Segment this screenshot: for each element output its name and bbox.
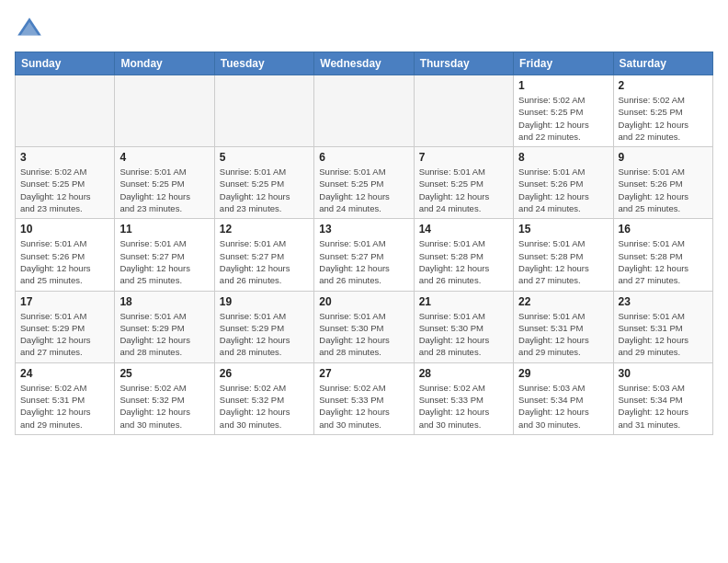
calendar-cell [115, 75, 214, 147]
calendar-week-2: 3Sunrise: 5:02 AM Sunset: 5:25 PM Daylig… [16, 147, 713, 219]
calendar-table: SundayMondayTuesdayWednesdayThursdayFrid… [15, 52, 713, 435]
calendar-week-3: 10Sunrise: 5:01 AM Sunset: 5:26 PM Dayli… [16, 219, 713, 291]
day-number: 21 [419, 295, 508, 308]
day-info: Sunrise: 5:01 AM Sunset: 5:25 PM Dayligh… [119, 166, 209, 214]
calendar-cell: 3Sunrise: 5:02 AM Sunset: 5:25 PM Daylig… [16, 147, 115, 219]
calendar-cell: 28Sunrise: 5:02 AM Sunset: 5:33 PM Dayli… [414, 362, 513, 434]
day-number: 22 [518, 295, 608, 308]
day-info: Sunrise: 5:01 AM Sunset: 5:25 PM Dayligh… [419, 166, 508, 214]
day-number: 11 [119, 223, 209, 236]
calendar-cell: 17Sunrise: 5:01 AM Sunset: 5:29 PM Dayli… [16, 291, 115, 362]
day-info: Sunrise: 5:02 AM Sunset: 5:32 PM Dayligh… [220, 382, 309, 431]
calendar-cell: 11Sunrise: 5:01 AM Sunset: 5:27 PM Dayli… [115, 219, 214, 291]
calendar-cell [16, 75, 115, 147]
calendar-cell [314, 75, 414, 147]
logo [15, 15, 48, 44]
day-number: 8 [518, 151, 608, 164]
day-number: 20 [319, 295, 408, 308]
calendar-cell: 5Sunrise: 5:01 AM Sunset: 5:25 PM Daylig… [214, 147, 313, 219]
calendar-cell: 7Sunrise: 5:01 AM Sunset: 5:25 PM Daylig… [414, 147, 513, 219]
day-number: 18 [119, 295, 209, 308]
day-number: 6 [319, 151, 408, 164]
day-info: Sunrise: 5:02 AM Sunset: 5:32 PM Dayligh… [119, 382, 209, 431]
calendar-cell: 13Sunrise: 5:01 AM Sunset: 5:27 PM Dayli… [314, 219, 414, 291]
day-info: Sunrise: 5:01 AM Sunset: 5:31 PM Dayligh… [518, 310, 608, 359]
calendar-cell: 6Sunrise: 5:01 AM Sunset: 5:25 PM Daylig… [314, 147, 414, 219]
day-number: 28 [419, 367, 508, 380]
day-number: 7 [419, 151, 508, 164]
day-number: 15 [518, 223, 608, 236]
day-info: Sunrise: 5:02 AM Sunset: 5:33 PM Dayligh… [419, 382, 508, 431]
calendar-body: 1Sunrise: 5:02 AM Sunset: 5:25 PM Daylig… [16, 75, 713, 435]
calendar-cell: 27Sunrise: 5:02 AM Sunset: 5:33 PM Dayli… [314, 362, 414, 434]
calendar-cell: 10Sunrise: 5:01 AM Sunset: 5:26 PM Dayli… [16, 219, 115, 291]
day-number: 26 [220, 367, 309, 380]
day-info: Sunrise: 5:02 AM Sunset: 5:25 PM Dayligh… [518, 94, 608, 143]
weekday-header-monday: Monday [115, 52, 214, 75]
calendar-cell: 15Sunrise: 5:01 AM Sunset: 5:28 PM Dayli… [514, 219, 613, 291]
day-number: 13 [319, 223, 408, 236]
day-number: 16 [619, 223, 708, 236]
calendar-cell: 20Sunrise: 5:01 AM Sunset: 5:30 PM Dayli… [314, 291, 414, 362]
day-info: Sunrise: 5:01 AM Sunset: 5:29 PM Dayligh… [119, 310, 209, 359]
day-info: Sunrise: 5:01 AM Sunset: 5:30 PM Dayligh… [419, 310, 508, 359]
day-info: Sunrise: 5:02 AM Sunset: 5:25 PM Dayligh… [20, 166, 109, 214]
calendar-cell: 4Sunrise: 5:01 AM Sunset: 5:25 PM Daylig… [115, 147, 214, 219]
day-number: 27 [319, 367, 408, 380]
calendar-cell: 1Sunrise: 5:02 AM Sunset: 5:25 PM Daylig… [514, 75, 613, 147]
day-number: 12 [220, 223, 309, 236]
calendar-cell: 8Sunrise: 5:01 AM Sunset: 5:26 PM Daylig… [514, 147, 613, 219]
calendar-cell [414, 75, 513, 147]
day-info: Sunrise: 5:01 AM Sunset: 5:28 PM Dayligh… [518, 237, 608, 286]
day-number: 1 [518, 79, 608, 92]
calendar-cell: 12Sunrise: 5:01 AM Sunset: 5:27 PM Dayli… [214, 219, 313, 291]
weekday-header-wednesday: Wednesday [314, 52, 414, 75]
calendar-cell: 22Sunrise: 5:01 AM Sunset: 5:31 PM Dayli… [514, 291, 613, 362]
day-info: Sunrise: 5:03 AM Sunset: 5:34 PM Dayligh… [518, 382, 608, 431]
calendar-week-5: 24Sunrise: 5:02 AM Sunset: 5:31 PM Dayli… [16, 362, 713, 434]
day-info: Sunrise: 5:01 AM Sunset: 5:28 PM Dayligh… [419, 237, 508, 286]
day-number: 25 [119, 367, 209, 380]
day-number: 19 [220, 295, 309, 308]
weekday-header-saturday: Saturday [613, 52, 712, 75]
calendar-cell: 25Sunrise: 5:02 AM Sunset: 5:32 PM Dayli… [115, 362, 214, 434]
day-info: Sunrise: 5:01 AM Sunset: 5:27 PM Dayligh… [220, 237, 309, 286]
day-info: Sunrise: 5:01 AM Sunset: 5:28 PM Dayligh… [619, 237, 708, 286]
day-number: 4 [119, 151, 209, 164]
day-info: Sunrise: 5:02 AM Sunset: 5:33 PM Dayligh… [319, 382, 408, 431]
day-info: Sunrise: 5:01 AM Sunset: 5:31 PM Dayligh… [619, 310, 708, 359]
day-info: Sunrise: 5:01 AM Sunset: 5:25 PM Dayligh… [220, 166, 309, 214]
weekday-header-tuesday: Tuesday [214, 52, 313, 75]
weekday-header-row: SundayMondayTuesdayWednesdayThursdayFrid… [16, 52, 713, 75]
calendar-cell: 26Sunrise: 5:02 AM Sunset: 5:32 PM Dayli… [214, 362, 313, 434]
day-info: Sunrise: 5:01 AM Sunset: 5:25 PM Dayligh… [319, 166, 408, 214]
day-info: Sunrise: 5:01 AM Sunset: 5:30 PM Dayligh… [319, 310, 408, 359]
calendar-cell [214, 75, 313, 147]
day-number: 30 [619, 367, 708, 380]
weekday-header-sunday: Sunday [16, 52, 115, 75]
day-number: 14 [419, 223, 508, 236]
calendar-cell: 18Sunrise: 5:01 AM Sunset: 5:29 PM Dayli… [115, 291, 214, 362]
day-info: Sunrise: 5:01 AM Sunset: 5:26 PM Dayligh… [20, 237, 109, 286]
day-info: Sunrise: 5:01 AM Sunset: 5:27 PM Dayligh… [119, 237, 209, 286]
day-info: Sunrise: 5:01 AM Sunset: 5:29 PM Dayligh… [20, 310, 109, 359]
calendar-header: SundayMondayTuesdayWednesdayThursdayFrid… [16, 52, 713, 75]
day-info: Sunrise: 5:03 AM Sunset: 5:34 PM Dayligh… [619, 382, 708, 431]
day-number: 24 [20, 367, 109, 380]
day-number: 23 [619, 295, 708, 308]
calendar-cell: 2Sunrise: 5:02 AM Sunset: 5:25 PM Daylig… [613, 75, 712, 147]
day-number: 5 [220, 151, 309, 164]
weekday-header-thursday: Thursday [414, 52, 513, 75]
day-info: Sunrise: 5:01 AM Sunset: 5:29 PM Dayligh… [220, 310, 309, 359]
calendar-cell: 23Sunrise: 5:01 AM Sunset: 5:31 PM Dayli… [613, 291, 712, 362]
day-info: Sunrise: 5:01 AM Sunset: 5:27 PM Dayligh… [319, 237, 408, 286]
calendar-cell: 14Sunrise: 5:01 AM Sunset: 5:28 PM Dayli… [414, 219, 513, 291]
weekday-header-friday: Friday [514, 52, 613, 75]
calendar-cell: 9Sunrise: 5:01 AM Sunset: 5:26 PM Daylig… [613, 147, 712, 219]
logo-icon [15, 15, 44, 44]
day-number: 10 [20, 223, 109, 236]
calendar-cell: 29Sunrise: 5:03 AM Sunset: 5:34 PM Dayli… [514, 362, 613, 434]
calendar-cell: 30Sunrise: 5:03 AM Sunset: 5:34 PM Dayli… [613, 362, 712, 434]
calendar-cell: 21Sunrise: 5:01 AM Sunset: 5:30 PM Dayli… [414, 291, 513, 362]
day-number: 3 [20, 151, 109, 164]
